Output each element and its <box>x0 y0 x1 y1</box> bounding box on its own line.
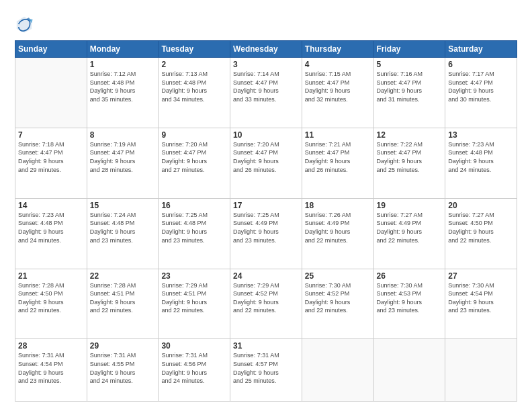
calendar-cell: 19Sunrise: 7:27 AM Sunset: 4:49 PM Dayli… <box>373 198 445 269</box>
calendar-cell: 10Sunrise: 7:20 AM Sunset: 4:47 PM Dayli… <box>230 128 302 198</box>
calendar-cell: 9Sunrise: 7:20 AM Sunset: 4:47 PM Daylig… <box>159 128 230 198</box>
day-number: 26 <box>377 271 443 281</box>
calendar-cell: 27Sunrise: 7:30 AM Sunset: 4:54 PM Dayli… <box>445 269 517 339</box>
day-info: Sunrise: 7:20 AM Sunset: 4:47 PM Dayligh… <box>233 140 299 174</box>
day-info: Sunrise: 7:20 AM Sunset: 4:47 PM Dayligh… <box>161 140 227 174</box>
day-info: Sunrise: 7:31 AM Sunset: 4:55 PM Dayligh… <box>90 351 156 385</box>
weekday-header-saturday: Saturday <box>445 41 517 58</box>
calendar-cell: 26Sunrise: 7:30 AM Sunset: 4:53 PM Dayli… <box>373 269 445 339</box>
day-info: Sunrise: 7:25 AM Sunset: 4:49 PM Dayligh… <box>233 211 299 244</box>
day-number: 20 <box>448 201 514 210</box>
week-row-5: 28Sunrise: 7:31 AM Sunset: 4:54 PM Dayli… <box>15 339 517 402</box>
day-number: 31 <box>233 341 299 351</box>
day-number: 7 <box>18 130 84 140</box>
day-number: 25 <box>305 271 371 281</box>
calendar-cell: 7Sunrise: 7:18 AM Sunset: 4:47 PM Daylig… <box>15 128 87 198</box>
day-info: Sunrise: 7:27 AM Sunset: 4:50 PM Dayligh… <box>448 211 514 244</box>
day-number: 8 <box>90 130 156 140</box>
logo <box>15 15 35 34</box>
page: SundayMondayTuesdayWednesdayThursdayFrid… <box>0 0 532 411</box>
day-info: Sunrise: 7:29 AM Sunset: 4:51 PM Dayligh… <box>161 281 227 315</box>
calendar-cell: 13Sunrise: 7:23 AM Sunset: 4:48 PM Dayli… <box>445 128 517 198</box>
day-info: Sunrise: 7:25 AM Sunset: 4:48 PM Dayligh… <box>161 211 227 244</box>
day-number: 2 <box>161 60 227 69</box>
day-number: 19 <box>377 201 443 210</box>
day-info: Sunrise: 7:31 AM Sunset: 4:56 PM Dayligh… <box>161 351 227 385</box>
calendar-cell: 17Sunrise: 7:25 AM Sunset: 4:49 PM Dayli… <box>230 198 302 269</box>
calendar-cell <box>373 339 445 402</box>
day-number: 22 <box>90 271 156 281</box>
day-number: 21 <box>18 271 84 281</box>
calendar-cell: 30Sunrise: 7:31 AM Sunset: 4:56 PM Dayli… <box>159 339 230 402</box>
day-number: 28 <box>18 341 84 351</box>
day-number: 13 <box>448 130 514 140</box>
day-info: Sunrise: 7:27 AM Sunset: 4:49 PM Dayligh… <box>377 211 443 244</box>
day-number: 12 <box>377 130 443 140</box>
day-number: 11 <box>305 130 371 140</box>
day-number: 5 <box>377 60 443 69</box>
day-number: 4 <box>305 60 371 69</box>
calendar-cell: 28Sunrise: 7:31 AM Sunset: 4:54 PM Dayli… <box>15 339 87 402</box>
day-info: Sunrise: 7:12 AM Sunset: 4:48 PM Dayligh… <box>90 70 156 103</box>
calendar-cell: 6Sunrise: 7:17 AM Sunset: 4:47 PM Daylig… <box>445 58 517 128</box>
calendar-cell <box>302 339 373 402</box>
weekday-header-thursday: Thursday <box>302 41 373 58</box>
day-number: 30 <box>161 341 227 351</box>
day-number: 1 <box>90 60 156 69</box>
calendar-cell: 15Sunrise: 7:24 AM Sunset: 4:48 PM Dayli… <box>87 198 159 269</box>
logo-icon <box>15 15 34 34</box>
day-info: Sunrise: 7:28 AM Sunset: 4:51 PM Dayligh… <box>90 281 156 315</box>
day-info: Sunrise: 7:23 AM Sunset: 4:48 PM Dayligh… <box>18 211 84 244</box>
day-number: 3 <box>233 60 299 69</box>
week-row-2: 7Sunrise: 7:18 AM Sunset: 4:47 PM Daylig… <box>15 128 517 198</box>
day-info: Sunrise: 7:30 AM Sunset: 4:52 PM Dayligh… <box>305 281 371 315</box>
day-number: 24 <box>233 271 299 281</box>
day-info: Sunrise: 7:14 AM Sunset: 4:47 PM Dayligh… <box>233 70 299 103</box>
calendar-cell: 14Sunrise: 7:23 AM Sunset: 4:48 PM Dayli… <box>15 198 87 269</box>
calendar-cell: 24Sunrise: 7:29 AM Sunset: 4:52 PM Dayli… <box>230 269 302 339</box>
day-info: Sunrise: 7:15 AM Sunset: 4:47 PM Dayligh… <box>305 70 371 103</box>
weekday-header-monday: Monday <box>87 41 159 58</box>
calendar-cell: 8Sunrise: 7:19 AM Sunset: 4:47 PM Daylig… <box>87 128 159 198</box>
day-info: Sunrise: 7:22 AM Sunset: 4:47 PM Dayligh… <box>377 140 443 174</box>
week-row-3: 14Sunrise: 7:23 AM Sunset: 4:48 PM Dayli… <box>15 198 517 269</box>
calendar-table: SundayMondayTuesdayWednesdayThursdayFrid… <box>15 40 517 402</box>
day-info: Sunrise: 7:26 AM Sunset: 4:49 PM Dayligh… <box>305 211 371 244</box>
day-number: 29 <box>90 341 156 351</box>
calendar-cell: 23Sunrise: 7:29 AM Sunset: 4:51 PM Dayli… <box>159 269 230 339</box>
day-info: Sunrise: 7:23 AM Sunset: 4:48 PM Dayligh… <box>448 140 514 174</box>
calendar-cell: 1Sunrise: 7:12 AM Sunset: 4:48 PM Daylig… <box>87 58 159 128</box>
calendar-cell: 5Sunrise: 7:16 AM Sunset: 4:47 PM Daylig… <box>373 58 445 128</box>
calendar-cell: 21Sunrise: 7:28 AM Sunset: 4:50 PM Dayli… <box>15 269 87 339</box>
day-number: 15 <box>90 201 156 210</box>
calendar-cell: 2Sunrise: 7:13 AM Sunset: 4:48 PM Daylig… <box>159 58 230 128</box>
day-number: 17 <box>233 201 299 210</box>
calendar-cell <box>445 339 517 402</box>
day-info: Sunrise: 7:13 AM Sunset: 4:48 PM Dayligh… <box>161 70 227 103</box>
day-number: 18 <box>305 201 371 210</box>
day-info: Sunrise: 7:24 AM Sunset: 4:48 PM Dayligh… <box>90 211 156 244</box>
day-number: 23 <box>161 271 227 281</box>
day-number: 14 <box>18 201 84 210</box>
weekday-header-friday: Friday <box>373 41 445 58</box>
week-row-4: 21Sunrise: 7:28 AM Sunset: 4:50 PM Dayli… <box>15 269 517 339</box>
calendar-cell: 20Sunrise: 7:27 AM Sunset: 4:50 PM Dayli… <box>445 198 517 269</box>
day-info: Sunrise: 7:17 AM Sunset: 4:47 PM Dayligh… <box>448 70 514 103</box>
day-info: Sunrise: 7:28 AM Sunset: 4:50 PM Dayligh… <box>18 281 84 315</box>
calendar-cell: 16Sunrise: 7:25 AM Sunset: 4:48 PM Dayli… <box>159 198 230 269</box>
day-number: 16 <box>161 201 227 210</box>
calendar-cell: 3Sunrise: 7:14 AM Sunset: 4:47 PM Daylig… <box>230 58 302 128</box>
week-row-1: 1Sunrise: 7:12 AM Sunset: 4:48 PM Daylig… <box>15 58 517 128</box>
calendar-cell: 25Sunrise: 7:30 AM Sunset: 4:52 PM Dayli… <box>302 269 373 339</box>
day-info: Sunrise: 7:31 AM Sunset: 4:57 PM Dayligh… <box>233 351 299 385</box>
weekday-header-row: SundayMondayTuesdayWednesdayThursdayFrid… <box>15 41 517 58</box>
day-info: Sunrise: 7:29 AM Sunset: 4:52 PM Dayligh… <box>233 281 299 315</box>
calendar-cell: 22Sunrise: 7:28 AM Sunset: 4:51 PM Dayli… <box>87 269 159 339</box>
calendar-cell: 29Sunrise: 7:31 AM Sunset: 4:55 PM Dayli… <box>87 339 159 402</box>
calendar-cell: 18Sunrise: 7:26 AM Sunset: 4:49 PM Dayli… <box>302 198 373 269</box>
calendar-cell: 4Sunrise: 7:15 AM Sunset: 4:47 PM Daylig… <box>302 58 373 128</box>
day-info: Sunrise: 7:31 AM Sunset: 4:54 PM Dayligh… <box>18 351 84 385</box>
calendar-cell <box>15 58 87 128</box>
day-number: 27 <box>448 271 514 281</box>
weekday-header-tuesday: Tuesday <box>159 41 230 58</box>
